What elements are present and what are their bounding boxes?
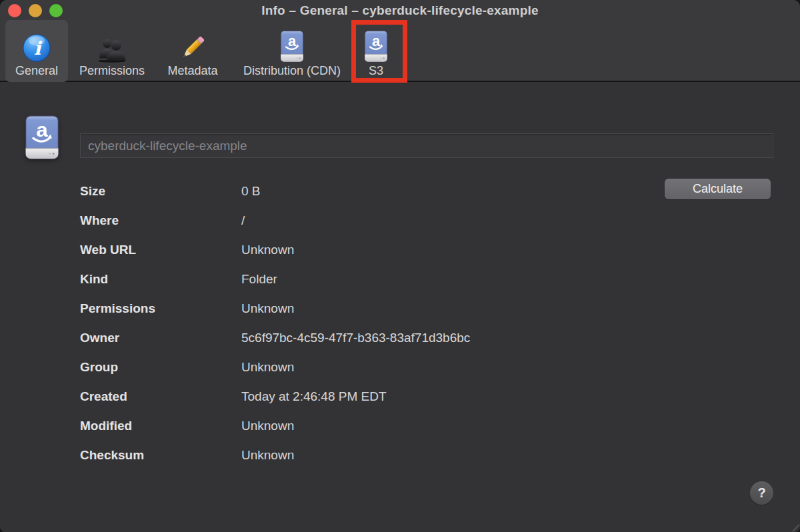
svg-text:a: a (36, 118, 48, 141)
info-field-row: CreatedToday at 2:46:48 PM EDT (80, 382, 470, 411)
help-button[interactable]: ? (750, 481, 773, 505)
tab-label: Distribution (CDN) (243, 64, 341, 78)
info-icon: i (22, 25, 51, 63)
tab-label: S3 (369, 64, 383, 78)
tab-metadata[interactable]: Metadata (157, 20, 229, 82)
field-label: Kind (80, 272, 241, 287)
field-value: Unknown (241, 448, 470, 463)
svg-text:a: a (288, 33, 297, 49)
window-chrome: Info – General – cyberduck-lifecycle-exa… (0, 0, 800, 82)
tab-label: General (15, 64, 58, 78)
zoom-button[interactable] (49, 4, 63, 17)
info-field-row: Owner5c6f97bc-4c59-47f7-b363-83af71d3b6b… (80, 323, 470, 353)
field-value: Today at 2:46:48 PM EDT (241, 389, 470, 404)
field-value: 5c6f97bc-4c59-47f7-b363-83af71d3b6bc (241, 331, 470, 345)
info-window: Info – General – cyberduck-lifecycle-exa… (0, 0, 800, 532)
field-label: Created (80, 389, 241, 404)
tab-label: Metadata (167, 64, 217, 78)
info-fields: Size0 BWhere/Web URLUnknownKindFolderPer… (80, 177, 470, 470)
s3-drive-icon: a (363, 25, 389, 63)
general-pane: a Size0 BWhere/Web URLUnknownKindFolderP… (0, 83, 800, 532)
tab-label: Permissions (79, 64, 145, 78)
field-label: Web URL (80, 243, 241, 257)
titlebar[interactable]: Info – General – cyberduck-lifecycle-exa… (0, 0, 800, 20)
toolbar-tabs: iGeneral Permissions Metadata (5, 20, 400, 82)
resize-grip[interactable] (791, 523, 799, 531)
tab-distribution-cdn[interactable]: a Distribution (CDN) (233, 20, 351, 82)
svg-text:a: a (372, 33, 381, 49)
minimize-button[interactable] (29, 4, 42, 17)
filename-input[interactable] (80, 133, 773, 158)
calculate-button[interactable]: Calculate (665, 179, 771, 199)
s3-drive-icon: a (23, 115, 61, 163)
tab-s3[interactable]: a S3 (352, 20, 400, 82)
field-value: / (241, 213, 470, 228)
field-value: Unknown (241, 243, 470, 257)
close-button[interactable] (8, 4, 21, 17)
field-value: Unknown (241, 419, 470, 433)
info-field-row: ModifiedUnknown (80, 411, 470, 441)
info-field-row: Web URLUnknown (80, 235, 470, 265)
info-field-row: GroupUnknown (80, 353, 470, 382)
field-label: Modified (80, 419, 241, 433)
traffic-lights (8, 4, 63, 17)
field-label: Where (80, 213, 241, 228)
field-label: Owner (80, 331, 241, 345)
info-field-row: KindFolder (80, 265, 470, 294)
info-field-row: Where/ (80, 206, 470, 235)
info-field-row: PermissionsUnknown (80, 294, 470, 323)
field-value: Unknown (241, 301, 470, 316)
s3-drive-icon: a (279, 25, 305, 63)
tab-general[interactable]: iGeneral (5, 20, 68, 82)
pencil-icon (178, 25, 207, 63)
field-value: Unknown (241, 360, 470, 375)
people-icon (95, 25, 129, 63)
field-value: Folder (241, 272, 470, 287)
info-field-row: ChecksumUnknown (80, 441, 470, 470)
tab-permissions[interactable]: Permissions (73, 20, 151, 82)
field-label: Group (80, 360, 241, 375)
field-label: Permissions (80, 301, 241, 316)
field-value: 0 B (241, 184, 470, 199)
info-field-row: Size0 B (80, 177, 470, 206)
field-label: Checksum (80, 448, 241, 463)
field-label: Size (80, 184, 241, 199)
window-title: Info – General – cyberduck-lifecycle-exa… (0, 0, 800, 20)
